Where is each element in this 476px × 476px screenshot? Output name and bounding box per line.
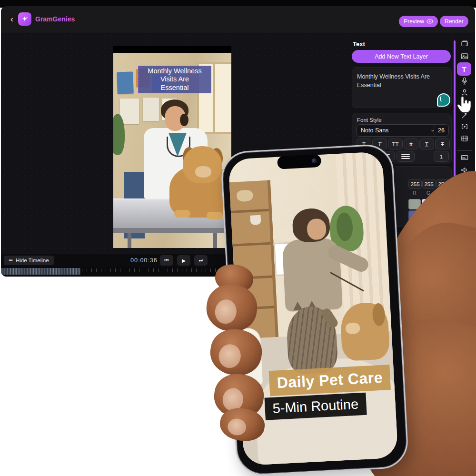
woman-face xyxy=(307,218,327,240)
vet-hair-bun xyxy=(180,114,188,126)
hide-timeline-button[interactable]: ☰ Hide Timeline xyxy=(4,256,54,265)
overlay-line: Essential xyxy=(139,84,211,92)
align-justify-button[interactable] xyxy=(397,151,415,162)
uppercase-button[interactable]: TT xyxy=(388,139,403,149)
marketing-composite: ‹ GramGenies Preview Render xyxy=(0,0,476,476)
rail-section-divider xyxy=(457,150,472,151)
mic-icon[interactable] xyxy=(459,75,470,87)
skip-forward-button[interactable]: ⏭ xyxy=(194,255,208,266)
table-leg xyxy=(128,233,131,248)
skip-back-button[interactable]: ⏮ xyxy=(160,255,173,266)
table-leg xyxy=(213,233,217,248)
strikethrough-button[interactable]: T xyxy=(435,139,450,149)
text-layer-overlay[interactable]: Monthly Wellness Visits Are Essential xyxy=(138,66,211,93)
render-label: Render xyxy=(445,18,463,25)
table-edge xyxy=(113,228,231,233)
line-spacing-input[interactable]: 1 xyxy=(434,151,449,162)
app-title: GramGenies xyxy=(35,15,75,23)
dog-snout xyxy=(195,166,211,178)
scenes-icon[interactable] xyxy=(459,38,470,50)
video-preview[interactable]: Monthly Wellness Visits Are Essential xyxy=(113,46,231,248)
hide-timeline-label: Hide Timeline xyxy=(16,258,49,263)
assistant-badge-icon[interactable] xyxy=(437,93,450,107)
font-family-select[interactable]: Noto Sans ⌄ xyxy=(357,124,439,137)
timecode: 00:00:36 xyxy=(130,257,158,264)
image-icon[interactable] xyxy=(459,50,470,62)
sparkle-icon xyxy=(21,15,29,23)
captions-icon[interactable] xyxy=(459,152,470,163)
eye-icon xyxy=(426,19,433,24)
text-layer-input[interactable]: Monthly Wellness Visits Are Essential xyxy=(352,67,452,108)
back-button[interactable]: ‹ xyxy=(7,14,17,24)
hamburger-icon: ☰ xyxy=(9,258,13,263)
film-icon[interactable] xyxy=(459,133,470,144)
wall-poster xyxy=(143,98,159,121)
clip-waveform[interactable] xyxy=(1,268,80,275)
underline-button[interactable]: T xyxy=(419,139,434,149)
font-family-value: Noto Sans xyxy=(361,127,388,134)
play-button[interactable]: ▶ xyxy=(177,255,190,266)
green-value-input[interactable]: 255 xyxy=(422,179,436,189)
dynamic-island xyxy=(277,154,321,169)
dog-paw xyxy=(207,212,223,219)
mouse-cursor-icon xyxy=(456,95,473,115)
app-logo xyxy=(18,12,31,26)
overlay-line: Monthly Wellness xyxy=(139,67,211,75)
add-text-layer-button[interactable]: Add New Text Layer xyxy=(352,50,451,63)
dog-paw xyxy=(174,210,190,218)
red-label: R xyxy=(408,190,421,196)
dog-head xyxy=(183,146,222,183)
transition-icon[interactable] xyxy=(459,121,470,132)
lowercase-button[interactable]: tt xyxy=(404,139,418,149)
preview-button[interactable]: Preview xyxy=(399,16,438,27)
red-value-input[interactable]: 255 xyxy=(408,179,422,189)
wall-poster xyxy=(117,71,134,94)
text-layer-value: Monthly Wellness Visits Are Essential xyxy=(357,72,446,89)
panel-title: Text xyxy=(353,40,365,48)
preview-label: Preview xyxy=(404,18,424,25)
render-button[interactable]: Render xyxy=(440,16,468,27)
plant-pot xyxy=(250,215,261,225)
text-tool[interactable]: T xyxy=(457,62,471,76)
overlay-line: Visits Are xyxy=(139,75,211,83)
font-size-input[interactable]: 26 xyxy=(434,124,449,137)
font-style-label: Font Style xyxy=(357,117,382,123)
